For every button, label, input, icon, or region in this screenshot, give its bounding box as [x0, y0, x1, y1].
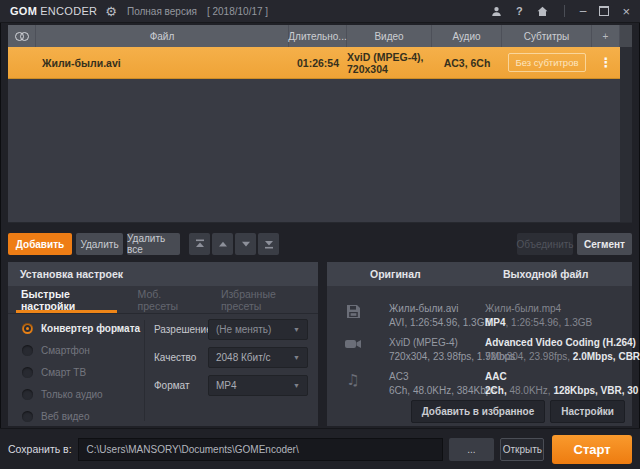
tab-mobile-presets[interactable]: Моб. пресеты	[125, 286, 208, 313]
file-list: Файл Длительно... Видео Аудио Субтитры +…	[8, 25, 632, 222]
original-header: Оригинал	[370, 268, 421, 280]
file-video-info: XviD (MPEG-4), 720x304	[347, 51, 432, 75]
file-column-header: Файл	[36, 25, 289, 47]
radio-label: Смарт ТВ	[41, 367, 86, 378]
save-to-label: Сохранить в:	[8, 443, 72, 455]
radio-smartphone[interactable]: Смартфон	[16, 339, 140, 361]
conversion-mode-list: Конвертер формата Смартфон Смарт ТВ Толь…	[16, 317, 140, 427]
radio-label: Веб видео	[41, 411, 89, 422]
settings-panel-header: Установка настроек	[8, 262, 318, 286]
chevron-down-icon: ▼	[293, 382, 300, 389]
file-icon	[343, 304, 363, 321]
radio-off-icon	[22, 345, 33, 356]
resolution-label: Разрешение	[154, 324, 208, 335]
maximize-button[interactable]	[599, 6, 609, 16]
output-header: Выходной файл	[503, 268, 588, 280]
duration-column-header: Длительно...	[289, 25, 347, 47]
original-file-info: Жили-были.avi AVI, 1:26:54.96, 1.3GB	[389, 302, 491, 330]
tab-favorite-presets[interactable]: Избранные пресеты	[208, 286, 318, 313]
app-name: GOM	[10, 5, 37, 17]
titlebar-divider	[564, 5, 565, 17]
radio-off-icon	[22, 389, 33, 400]
remove-all-button[interactable]: Удалить все	[127, 233, 180, 255]
output-path-input[interactable]: C:\Users\MANSORY\Documents\GOMEncoder\	[78, 438, 443, 461]
subtitles-column-header: Субтитры	[502, 25, 592, 47]
radio-on-icon	[22, 323, 33, 334]
panel-divider	[144, 320, 145, 421]
header-corner	[620, 25, 632, 47]
file-info-panel: Оригинал Выходной файл ♫ Жили-были.avi A…	[327, 262, 632, 426]
version-label: Полная версия	[127, 6, 197, 17]
move-top-button[interactable]	[189, 233, 210, 255]
settings-panel: Установка настроек Быстрые настройки Моб…	[8, 262, 318, 426]
file-row[interactable]: Жили-были.avi 01:26:54 XviD (MPEG-4), 72…	[8, 47, 620, 79]
merge-button[interactable]: Объединить	[517, 233, 573, 255]
reorder-buttons	[189, 233, 279, 255]
plus-column-header: +	[592, 25, 620, 47]
radio-off-icon	[22, 411, 33, 422]
file-list-body: Жили-были.avi 01:26:54 XviD (MPEG-4), 72…	[8, 47, 632, 223]
video-column-header: Видео	[347, 25, 432, 47]
radio-label: Конвертер формата	[41, 323, 140, 334]
remove-button[interactable]: Удалить	[76, 233, 123, 255]
radio-smart-tv[interactable]: Смарт ТВ	[16, 361, 140, 383]
add-to-favorites-button[interactable]: Добавить в избранное	[411, 400, 546, 423]
original-audio-info: AC3 6Ch, 48.0KHz, 384Kbps	[389, 370, 496, 398]
settings-panel-title: Установка настроек	[20, 268, 123, 280]
quality-label: Качество	[154, 352, 208, 363]
move-down-button[interactable]	[235, 233, 256, 255]
audio-column-header: Аудио	[432, 25, 502, 47]
vertical-scrollbar[interactable]	[620, 47, 632, 222]
radio-label: Только аудио	[41, 389, 103, 400]
chevron-down-icon: ▼	[293, 354, 300, 361]
radio-format-converter[interactable]: Конвертер формата	[16, 317, 140, 339]
bottom-bar: Сохранить в: C:\Users\MANSORY\Documents\…	[0, 428, 640, 469]
radio-label: Смартфон	[41, 345, 90, 356]
file-audio-info: AC3, 6Ch	[432, 57, 502, 69]
tab-quick-settings[interactable]: Быстрые настройки	[8, 286, 125, 313]
music-note-icon: ♫	[343, 371, 363, 389]
close-button[interactable]: ×	[622, 5, 630, 18]
output-audio-info: AAC 2Ch, 48.0KHz, 128Kbps, VBR, 30 ...	[485, 370, 640, 398]
format-label: Формат	[154, 380, 208, 391]
user-icon[interactable]	[490, 5, 503, 18]
segment-button[interactable]: Сегмент	[577, 233, 632, 255]
file-list-header: Файл Длительно... Видео Аудио Субтитры +	[8, 25, 632, 47]
radio-web-video[interactable]: Веб видео	[16, 405, 140, 427]
app-logo: GOM ENCODER	[10, 5, 97, 17]
browse-button[interactable]: ...	[449, 438, 495, 461]
move-bottom-button[interactable]	[258, 233, 279, 255]
add-button[interactable]: Добавить	[8, 233, 72, 255]
subtitles-button[interactable]: Без субтитров	[508, 53, 587, 72]
radio-audio-only[interactable]: Только аудио	[16, 383, 140, 405]
build-date: [ 2018/10/17 ]	[207, 6, 268, 17]
open-folder-button[interactable]: Открыть	[500, 438, 544, 461]
output-file-info: Жили-были.mp4 MP4, 1:26:54.96, 1.3GB	[485, 302, 592, 330]
radio-off-icon	[22, 367, 33, 378]
settings-tabs: Быстрые настройки Моб. пресеты Избранные…	[8, 286, 318, 314]
chevron-down-icon: ▼	[293, 326, 300, 333]
file-duration: 01:26:54	[289, 57, 347, 69]
row-menu-icon[interactable]: ⋮	[600, 56, 613, 69]
list-toolbar: Добавить Удалить Удалить все Объединить …	[8, 233, 632, 255]
resolution-select[interactable]: (Не менять) ▼	[208, 319, 308, 340]
help-icon[interactable]: ?	[516, 5, 523, 17]
title-bar: GOM ENCODER ⚙ Полная версия [ 2018/10/17…	[0, 0, 640, 23]
move-up-button[interactable]	[212, 233, 233, 255]
output-settings-button[interactable]: Настройки	[550, 400, 625, 423]
link-column-header	[8, 25, 36, 47]
video-camera-icon	[343, 338, 363, 352]
gear-icon[interactable]: ⚙	[105, 5, 117, 18]
output-video-info: Advanced Video Coding (H.264) 720x304, 2…	[485, 336, 640, 364]
quality-select[interactable]: 2048 Кбит/с ▼	[208, 347, 308, 368]
format-select[interactable]: MP4 ▼	[208, 375, 308, 396]
minimize-button[interactable]: –	[580, 5, 587, 17]
home-icon[interactable]	[536, 5, 549, 18]
file-name: Жили-были.avi	[36, 57, 289, 69]
start-button[interactable]: Старт	[552, 435, 632, 464]
